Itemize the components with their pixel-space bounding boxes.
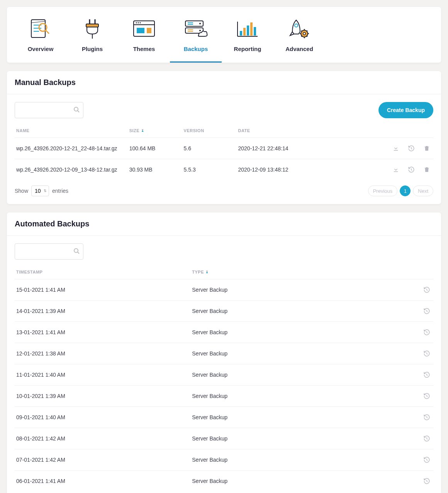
- next-button[interactable]: Next: [413, 185, 433, 196]
- search-icon: [73, 248, 80, 255]
- cell-date: 2020-12-09 13:48:12: [236, 159, 350, 180]
- restore-icon[interactable]: [422, 348, 432, 359]
- search-wrap: [15, 102, 83, 118]
- table-row: 10-01-2021 1:39 AMServer Backup: [15, 386, 433, 407]
- cell-timestamp: 08-01-2021 1:42 AM: [15, 428, 190, 449]
- svg-rect-30: [250, 22, 253, 36]
- manual-backups-table: NAME SIZE▲▼ VERSION DATE wp.26_43926.202…: [15, 124, 433, 180]
- top-nav-card: Overview Plugins Themes Backups Reportin: [7, 7, 441, 63]
- automated-backups-card: Automated Backups TIMESTAMP TYPE▲▼ 15-01…: [7, 212, 441, 493]
- manual-pagination: Previous 1 Next: [368, 185, 433, 196]
- entries-select[interactable]: 10: [31, 185, 49, 196]
- cell-date: 2020-12-21 22:48:14: [236, 138, 350, 159]
- search-wrap: [15, 243, 83, 260]
- tab-label: Reporting: [222, 46, 273, 52]
- table-row: 09-01-2021 1:40 AMServer Backup: [15, 407, 433, 428]
- table-row: 14-01-2021 1:39 AMServer Backup: [15, 301, 433, 322]
- svg-line-46: [411, 149, 412, 150]
- restore-icon[interactable]: [422, 327, 432, 337]
- restore-icon[interactable]: [422, 476, 432, 486]
- svg-rect-8: [86, 24, 98, 27]
- trash-icon[interactable]: [422, 143, 432, 153]
- svg-line-60: [427, 375, 428, 376]
- table-row: 15-01-2021 1:41 AMServer Backup: [15, 279, 433, 301]
- table-row: 06-01-2021 1:41 AMServer Backup: [15, 471, 433, 492]
- svg-point-24: [199, 30, 201, 31]
- cell-type: Server Backup: [190, 407, 370, 428]
- table-row: 13-01-2021 1:41 AMServer Backup: [15, 322, 433, 343]
- show-entries: Show 10 entries: [15, 185, 68, 196]
- svg-rect-28: [243, 28, 246, 36]
- svg-rect-15: [137, 28, 144, 33]
- svg-point-14: [140, 22, 141, 24]
- svg-line-44: [78, 111, 79, 112]
- svg-point-23: [199, 23, 201, 24]
- tab-label: Themes: [118, 46, 170, 52]
- col-date[interactable]: DATE: [236, 124, 350, 138]
- restore-icon[interactable]: [406, 165, 416, 175]
- cell-timestamp: 14-01-2021 1:39 AM: [15, 301, 190, 322]
- cell-timestamp: 11-01-2021 1:40 AM: [15, 364, 190, 386]
- restore-icon[interactable]: [422, 455, 432, 465]
- cell-timestamp: 12-01-2021 1:38 AM: [15, 343, 190, 364]
- svg-line-48: [411, 170, 412, 171]
- server-cloud-icon: [170, 18, 222, 40]
- tab-reporting[interactable]: Reporting: [222, 18, 273, 63]
- window-icon: [118, 18, 170, 40]
- svg-line-64: [427, 418, 428, 418]
- restore-icon[interactable]: [422, 285, 432, 295]
- table-row: 07-01-2021 1:42 AMServer Backup: [15, 449, 433, 471]
- cell-version: 5.6: [182, 138, 237, 159]
- col-version[interactable]: VERSION: [182, 124, 237, 138]
- svg-point-49: [74, 249, 78, 253]
- svg-line-56: [427, 333, 428, 333]
- svg-point-43: [74, 107, 78, 111]
- restore-icon[interactable]: [422, 306, 432, 316]
- cell-timestamp: 13-01-2021 1:41 AM: [15, 322, 190, 343]
- prev-button[interactable]: Previous: [368, 185, 398, 196]
- cell-type: Server Backup: [190, 343, 370, 364]
- svg-rect-16: [147, 28, 151, 33]
- svg-rect-31: [254, 27, 256, 36]
- restore-icon[interactable]: [406, 143, 416, 153]
- svg-line-66: [427, 439, 428, 440]
- restore-icon[interactable]: [422, 412, 432, 422]
- col-name[interactable]: NAME: [15, 124, 128, 138]
- restore-icon[interactable]: [422, 370, 432, 380]
- rocket-gear-icon: [273, 18, 325, 40]
- cell-type: Server Backup: [190, 471, 370, 492]
- col-timestamp[interactable]: TIMESTAMP: [15, 265, 190, 279]
- restore-icon[interactable]: [422, 434, 432, 444]
- section-header: Manual Backups: [7, 71, 441, 94]
- cell-timestamp: 15-01-2021 1:41 AM: [15, 279, 190, 301]
- cell-size: 100.64 MB: [128, 138, 182, 159]
- svg-point-12: [136, 22, 137, 24]
- table-row: 11-01-2021 1:40 AMServer Backup: [15, 364, 433, 386]
- table-row: wp.26_43926.2020-12-09_13-48-12.tar.gz30…: [15, 159, 433, 180]
- svg-line-50: [78, 252, 79, 254]
- col-type[interactable]: TYPE▲▼: [190, 265, 370, 279]
- page-1[interactable]: 1: [400, 185, 411, 196]
- tab-backups[interactable]: Backups: [170, 18, 222, 63]
- trash-icon[interactable]: [422, 165, 432, 175]
- cell-type: Server Backup: [190, 279, 370, 301]
- cell-type: Server Backup: [190, 449, 370, 471]
- overview-icon: [15, 18, 66, 40]
- svg-rect-29: [247, 26, 249, 36]
- cell-timestamp: 10-01-2021 1:39 AM: [15, 386, 190, 407]
- table-row: 08-01-2021 1:42 AMServer Backup: [15, 428, 433, 449]
- col-size[interactable]: SIZE▲▼: [128, 124, 182, 138]
- cell-name: wp.26_43926.2020-12-09_13-48-12.tar.gz: [15, 159, 128, 180]
- download-icon[interactable]: [391, 143, 401, 153]
- restore-icon[interactable]: [422, 391, 432, 401]
- download-icon[interactable]: [391, 165, 401, 175]
- svg-rect-27: [240, 31, 242, 36]
- tab-advanced[interactable]: Advanced: [273, 18, 325, 63]
- tab-plugins[interactable]: Plugins: [66, 18, 118, 63]
- tab-overview[interactable]: Overview: [15, 18, 66, 63]
- section-title: Manual Backups: [15, 78, 433, 87]
- tab-label: Overview: [15, 46, 66, 52]
- automated-backups-table: TIMESTAMP TYPE▲▼ 15-01-2021 1:41 AMServe…: [15, 265, 433, 491]
- create-backup-button[interactable]: Create Backup: [378, 102, 433, 118]
- tab-themes[interactable]: Themes: [118, 18, 170, 63]
